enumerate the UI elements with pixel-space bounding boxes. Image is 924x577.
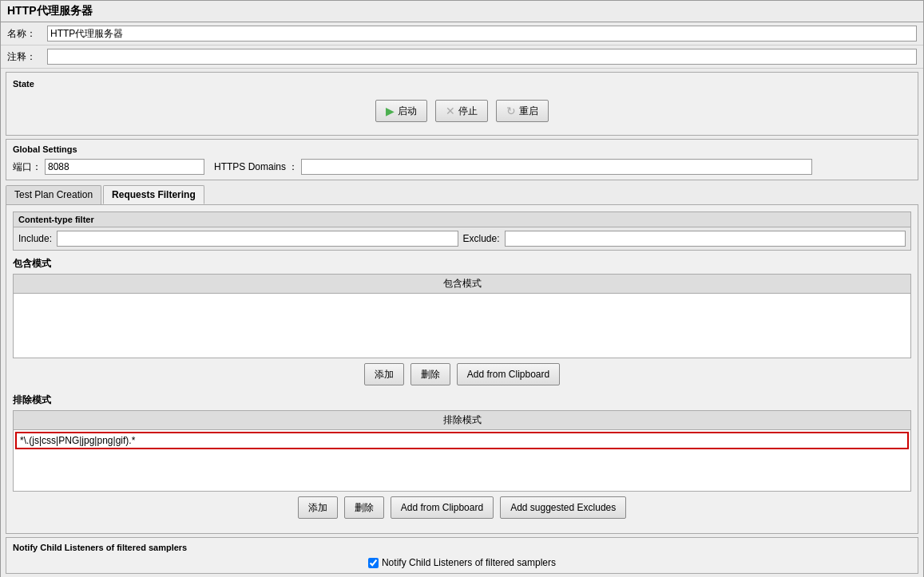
start-label: 启动 [398, 105, 417, 118]
port-label: 端口： [13, 160, 42, 174]
state-section: State ▶ 启动 ✕ 停止 ↻ 重启 [6, 72, 918, 136]
name-input[interactable] [47, 26, 917, 41]
tab-test-plan[interactable]: Test Plan Creation [6, 185, 101, 204]
exclude-list-row[interactable]: *\.(js|css|PNG|jpg|png|gif).* [15, 432, 909, 449]
exclude-mode-title: 排除模式 [13, 393, 911, 407]
stop-button[interactable]: ✕ 停止 [435, 100, 488, 122]
include-mode-section: 包含模式 包含模式 添加 删除 Add from Clipboard [13, 257, 911, 385]
state-buttons: ▶ 启动 ✕ 停止 ↻ 重启 [13, 93, 911, 128]
include-list-container: 包含模式 [13, 274, 911, 358]
https-label: HTTPS Domains ： [214, 160, 298, 174]
state-label: State [13, 79, 911, 89]
include-list-header: 包含模式 [14, 275, 910, 294]
port-field: 端口： [13, 159, 204, 175]
include-clipboard-button[interactable]: Add from Clipboard [457, 363, 560, 385]
notify-checkbox[interactable] [368, 558, 379, 568]
exclude-suggested-label: Add suggested Excludes [510, 502, 616, 513]
exclude-label: Exclude: [463, 233, 500, 244]
exclude-list-body: *\.(js|css|PNG|jpg|png|gif).* [14, 432, 910, 491]
port-input[interactable] [45, 159, 204, 175]
content-type-title: Content-type filter [14, 212, 910, 227]
content-type-section: Content-type filter Include: Exclude: [13, 211, 911, 251]
exclude-list-header: 排除模式 [14, 411, 910, 430]
notify-title: Notify Child Listeners of filtered sampl… [13, 543, 911, 552]
tab-content: Content-type filter Include: Exclude: 包含… [6, 204, 918, 534]
exclude-delete-label: 删除 [355, 501, 374, 515]
global-settings-section: Global Settings 端口： HTTPS Domains ： [6, 139, 918, 180]
restart-icon: ↻ [506, 105, 516, 117]
stop-label: 停止 [458, 105, 478, 118]
play-icon: ▶ [386, 105, 395, 117]
exclude-mode-buttons: 添加 删除 Add from Clipboard Add suggested E… [13, 496, 911, 519]
exclude-delete-button[interactable]: 删除 [344, 496, 384, 519]
include-add-button[interactable]: 添加 [364, 363, 404, 385]
exclude-suggested-button[interactable]: Add suggested Excludes [500, 496, 626, 519]
comment-input[interactable] [47, 49, 917, 65]
notify-checkbox-text: Notify Child Listeners of filtered sampl… [382, 557, 556, 568]
notify-section: Notify Child Listeners of filtered sampl… [6, 537, 918, 574]
include-add-label: 添加 [375, 368, 394, 381]
include-list-body [14, 294, 910, 358]
global-settings-row: 端口： HTTPS Domains ： [13, 159, 911, 175]
exclude-add-label: 添加 [308, 501, 327, 515]
include-mode-buttons: 添加 删除 Add from Clipboard [13, 363, 911, 385]
stop-icon: ✕ [446, 105, 455, 117]
comment-row: 注释： [1, 45, 923, 69]
title-bar: HTTP代理服务器 [1, 1, 923, 22]
exclude-empty-area [14, 451, 910, 491]
name-row: 名称： [1, 22, 923, 45]
tab-test-plan-label: Test Plan Creation [14, 189, 93, 200]
https-input[interactable] [301, 159, 812, 175]
global-settings-label: Global Settings [13, 144, 911, 154]
include-delete-button[interactable]: 删除 [410, 363, 450, 385]
include-delete-label: 删除 [421, 368, 440, 381]
include-input[interactable] [57, 231, 458, 247]
exclude-add-button[interactable]: 添加 [298, 496, 338, 519]
include-label: Include: [18, 233, 52, 244]
exclude-item-value: *\.(js|css|PNG|jpg|png|gif).* [20, 435, 135, 446]
start-button[interactable]: ▶ 启动 [375, 100, 427, 122]
tab-requests-filtering[interactable]: Requests Filtering [103, 185, 204, 204]
exclude-input[interactable] [505, 231, 906, 247]
include-clipboard-label: Add from Clipboard [467, 369, 549, 380]
restart-label: 重启 [519, 105, 538, 118]
comment-label: 注释： [7, 50, 47, 64]
name-label: 名称： [7, 27, 47, 41]
restart-button[interactable]: ↻ 重启 [496, 100, 549, 122]
notify-checkbox-label[interactable]: Notify Child Listeners of filtered sampl… [368, 557, 556, 568]
tab-requests-filtering-label: Requests Filtering [112, 189, 196, 200]
include-exclude-row: Include: Exclude: [14, 227, 910, 250]
include-mode-title: 包含模式 [13, 257, 911, 271]
page-title: HTTP代理服务器 [7, 4, 93, 17]
exclude-clipboard-label: Add from Clipboard [401, 502, 483, 513]
exclude-clipboard-button[interactable]: Add from Clipboard [391, 496, 494, 519]
https-field: HTTPS Domains ： [214, 159, 812, 175]
notify-row: Notify Child Listeners of filtered sampl… [13, 557, 911, 568]
exclude-list-container: 排除模式 *\.(js|css|PNG|jpg|png|gif).* [13, 410, 911, 492]
tabs-container: Test Plan Creation Requests Filtering [6, 185, 918, 204]
main-container: HTTP代理服务器 名称： 注释： State ▶ 启动 ✕ 停止 ↻ 重启 [0, 0, 924, 577]
exclude-mode-section: 排除模式 排除模式 *\.(js|css|PNG|jpg|png|gif).* … [13, 393, 911, 519]
